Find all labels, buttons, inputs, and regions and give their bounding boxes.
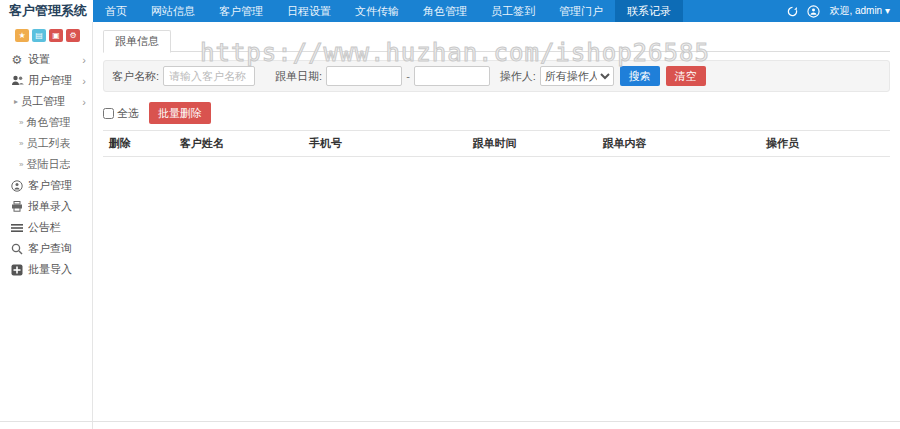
customer-name-input[interactable] <box>163 66 255 86</box>
sidebar-item-customer-query[interactable]: 客户查询 <box>0 238 92 259</box>
col-header-followup-content: 跟单内容 <box>596 131 760 157</box>
main-content: 跟单信息 客户名称: 跟单日期: - 操作人: 所有操作人 搜索 清空 全选 批… <box>93 22 900 429</box>
followup-date-label: 跟单日期: <box>275 69 322 84</box>
table-header-row: 删除 客户姓名 手机号 跟单时间 跟单内容 操作员 <box>103 131 890 157</box>
nav-item-site-info[interactable]: 网站信息 <box>139 0 207 22</box>
chevron-right-icon: › <box>82 54 86 66</box>
col-header-operator: 操作员 <box>760 131 890 157</box>
followup-table: 删除 客户姓名 手机号 跟单时间 跟单内容 操作员 <box>103 130 890 157</box>
quick-star-button[interactable]: ★ <box>15 29 29 42</box>
gears-icon: ⚙ <box>10 54 24 66</box>
list-toolbar: 全选 批量删除 <box>103 102 890 124</box>
bullet-icon: » <box>19 118 23 127</box>
date-to-input[interactable] <box>414 66 490 86</box>
sidebar-item-employee-list[interactable]: » 员工列表 <box>0 133 92 154</box>
navbar-right: 欢迎, admin ▾ <box>787 0 900 22</box>
sidebar: ★ ▤ ▣ ⚙ ⚙ 设置 › 用户管理 › ▸ 员工管理 › » 角色管理 » … <box>0 22 93 429</box>
quick-gear-button[interactable]: ⚙ <box>66 29 80 42</box>
top-navbar: 首页 网站信息 客户管理 日程设置 文件传输 角色管理 员工签到 管理门户 联系… <box>93 0 900 22</box>
date-from-input[interactable] <box>326 66 402 86</box>
bullet-icon: » <box>19 139 23 148</box>
users-icon <box>10 75 24 86</box>
caret-down-icon: ▾ <box>885 5 890 16</box>
bullet-icon: » <box>19 160 23 169</box>
nav-item-home[interactable]: 首页 <box>93 0 139 22</box>
operator-select[interactable]: 所有操作人 <box>540 66 614 86</box>
nav-item-checkin[interactable]: 员工签到 <box>479 0 547 22</box>
sidebar-item-role-mgmt[interactable]: » 角色管理 <box>0 112 92 133</box>
list-icon <box>10 223 24 233</box>
operator-label: 操作人: <box>500 69 536 84</box>
sidebar-item-order-entry[interactable]: 报单录入 <box>0 196 92 217</box>
nav-item-file-transfer[interactable]: 文件传输 <box>343 0 411 22</box>
sidebar-item-settings[interactable]: ⚙ 设置 › <box>0 49 92 70</box>
avatar-icon[interactable] <box>807 5 820 18</box>
sidebar-item-user-mgmt[interactable]: 用户管理 › <box>0 70 92 91</box>
sidebar-item-customer-mgmt[interactable]: 客户管理 <box>0 175 92 196</box>
nav-item-customer-mgmt[interactable]: 客户管理 <box>207 0 275 22</box>
chevron-right-icon: › <box>82 96 86 108</box>
col-header-phone: 手机号 <box>303 131 467 157</box>
customer-name-label: 客户名称: <box>112 69 159 84</box>
plus-square-icon <box>10 264 24 276</box>
person-icon <box>10 180 24 192</box>
tab-strip: 跟单信息 <box>103 30 890 52</box>
col-header-delete: 删除 <box>103 131 174 157</box>
printer-icon <box>10 201 24 212</box>
quick-buttons: ★ ▤ ▣ ⚙ <box>0 22 92 49</box>
tab-followup-info[interactable]: 跟单信息 <box>103 30 171 53</box>
search-icon <box>10 243 24 255</box>
footer-divider <box>0 421 900 422</box>
filter-bar: 客户名称: 跟单日期: - 操作人: 所有操作人 搜索 清空 <box>103 60 890 92</box>
nav-item-contact-records[interactable]: 联系记录 <box>615 0 683 22</box>
chevron-right-icon: › <box>82 75 86 87</box>
bullet-icon: ▸ <box>14 97 18 106</box>
batch-delete-button[interactable]: 批量删除 <box>149 102 211 124</box>
nav-item-schedule[interactable]: 日程设置 <box>275 0 343 22</box>
nav-item-portal[interactable]: 管理门户 <box>547 0 615 22</box>
select-all-label: 全选 <box>117 106 139 121</box>
select-all-checkbox[interactable] <box>103 108 114 119</box>
welcome-text[interactable]: 欢迎, admin ▾ <box>829 4 890 18</box>
quick-file-button[interactable]: ▤ <box>32 29 46 42</box>
app-title: 客户管理系统 <box>0 0 93 22</box>
sidebar-item-employee-mgmt[interactable]: ▸ 员工管理 › <box>0 91 92 112</box>
col-header-customer-name: 客户姓名 <box>174 131 303 157</box>
quick-box-button[interactable]: ▣ <box>49 29 63 42</box>
sidebar-item-login-log[interactable]: » 登陆日志 <box>0 154 92 175</box>
refresh-icon[interactable] <box>787 6 798 17</box>
search-button[interactable]: 搜索 <box>620 66 660 86</box>
date-separator: - <box>406 70 410 82</box>
col-header-followup-time: 跟单时间 <box>467 131 597 157</box>
sidebar-item-bulletin[interactable]: 公告栏 <box>0 217 92 238</box>
nav-item-role-mgmt[interactable]: 角色管理 <box>411 0 479 22</box>
sidebar-item-batch-import[interactable]: 批量导入 <box>0 259 92 280</box>
clear-button[interactable]: 清空 <box>666 66 706 86</box>
